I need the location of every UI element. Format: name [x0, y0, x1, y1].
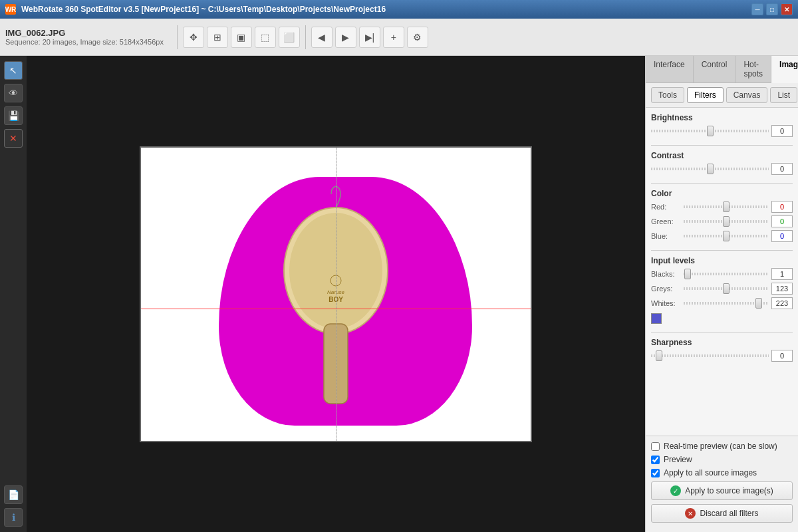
- brightness-slider-row: 0: [651, 125, 793, 137]
- blacks-thumb[interactable]: [684, 269, 691, 279]
- subtab-tools[interactable]: Tools: [651, 87, 684, 103]
- red-thumb[interactable]: [723, 201, 730, 212]
- titlebar-left: WR WebRotate 360 SpotEditor v3.5 [NewPro…: [5, 4, 386, 15]
- blue-value[interactable]: 0: [771, 230, 793, 242]
- save-tool[interactable]: 💾: [4, 106, 23, 125]
- bottom-controls: Real-time preview (can be slow) Preview …: [646, 436, 798, 532]
- close-button[interactable]: ✕: [781, 3, 793, 15]
- contrast-value[interactable]: 0: [771, 163, 793, 175]
- subtab-filters[interactable]: Filters: [687, 87, 724, 103]
- prev-button[interactable]: ◀: [311, 27, 332, 48]
- sharpness-slider[interactable]: [651, 354, 769, 357]
- realtime-preview-checkbox[interactable]: [651, 442, 660, 451]
- contrast-slider-row: 0: [651, 163, 793, 175]
- blacks-value[interactable]: 1: [771, 268, 793, 280]
- green-thumb[interactable]: [723, 216, 730, 227]
- image-frame: Naruse BOY: [140, 146, 532, 442]
- brightness-thumb[interactable]: [707, 126, 714, 136]
- contrast-section: Contrast 0: [651, 151, 793, 175]
- right-panel: Interface Control Hot-spots Images Tools…: [645, 56, 798, 532]
- apply-label: Apply to source image(s): [685, 486, 773, 495]
- top-tabs: Interface Control Hot-spots Images: [646, 56, 798, 83]
- titlebar: WR WebRotate 360 SpotEditor v3.5 [NewPro…: [0, 0, 798, 19]
- sub-tabs: Tools Filters Canvas List: [646, 83, 798, 108]
- greys-value[interactable]: 123: [771, 283, 793, 295]
- greys-thumb[interactable]: [723, 283, 730, 294]
- minimize-button[interactable]: ─: [751, 3, 763, 15]
- green-label: Green:: [651, 217, 681, 225]
- settings-button[interactable]: ⚙: [407, 27, 428, 48]
- maximize-button[interactable]: □: [766, 3, 778, 15]
- filters-content: Brightness 0 Contrast: [646, 108, 798, 436]
- brightness-slider[interactable]: [651, 130, 769, 132]
- sharpness-thumb[interactable]: [656, 350, 662, 361]
- whites-slider[interactable]: [684, 302, 769, 305]
- brightness-label: Brightness: [651, 113, 793, 122]
- contrast-thumb[interactable]: [707, 164, 714, 174]
- apply-button[interactable]: ✓ Apply to source image(s): [651, 481, 793, 500]
- subtab-list[interactable]: List: [770, 87, 797, 103]
- input-levels-section: Input levels Blacks: 1 Greys: 123: [651, 256, 793, 324]
- tab-interface[interactable]: Interface: [646, 56, 694, 82]
- next-button[interactable]: ▶|: [359, 27, 380, 48]
- realtime-preview-row: Real-time preview (can be slow): [651, 442, 793, 451]
- divider-4: [651, 332, 793, 332]
- divider-3: [651, 250, 793, 251]
- tab-control[interactable]: Control: [694, 56, 736, 82]
- contrast-slider[interactable]: [651, 168, 769, 170]
- red-value[interactable]: 0: [771, 201, 793, 213]
- discard-label: Discard all filters: [700, 509, 758, 518]
- greys-slider[interactable]: [684, 287, 769, 290]
- discard-button[interactable]: ✕ Discard all filters: [651, 504, 793, 523]
- whites-value[interactable]: 223: [771, 297, 793, 309]
- info-tool[interactable]: ℹ: [4, 508, 23, 527]
- greys-label: Greys:: [651, 285, 681, 293]
- green-slider-row: Green: 0: [651, 215, 793, 227]
- apply-all-label: Apply to all source images: [664, 468, 757, 477]
- input-levels-label: Input levels: [651, 256, 793, 265]
- tab-images[interactable]: Images: [771, 56, 798, 83]
- red-slider[interactable]: [684, 205, 769, 208]
- preview-label: Preview: [664, 455, 692, 464]
- aspect-button[interactable]: ⬜: [279, 27, 300, 48]
- toolbar-separator-2: [305, 25, 306, 49]
- add-button[interactable]: +: [383, 27, 404, 48]
- blacks-slider-row: Blacks: 1: [651, 268, 793, 280]
- brightness-value[interactable]: 0: [771, 125, 793, 137]
- pdf-tool[interactable]: 📄: [4, 485, 23, 504]
- whites-thumb[interactable]: [755, 298, 762, 309]
- square-button[interactable]: ▣: [231, 27, 252, 48]
- move-tool-button[interactable]: ✥: [183, 27, 204, 48]
- whites-slider-row: Whites: 223: [651, 297, 793, 309]
- sharpness-value[interactable]: 0: [771, 350, 793, 362]
- blacks-slider[interactable]: [684, 273, 769, 275]
- crosshair-vertical: [336, 148, 336, 441]
- subtab-canvas[interactable]: Canvas: [726, 87, 768, 103]
- delete-tool[interactable]: ✕: [4, 129, 23, 148]
- preview-checkbox[interactable]: [651, 456, 660, 464]
- contrast-label: Contrast: [651, 151, 793, 160]
- play-button[interactable]: ▶: [335, 27, 356, 48]
- color-label: Color: [651, 189, 793, 198]
- content-area: ↖ 👁 💾 ✕ 📄 ℹ: [0, 56, 798, 532]
- blue-thumb[interactable]: [723, 231, 730, 241]
- apply-all-checkbox[interactable]: [651, 469, 660, 477]
- green-slider[interactable]: [684, 220, 769, 223]
- color-swatch[interactable]: [651, 313, 662, 324]
- pointer-tool[interactable]: ↖: [4, 61, 23, 80]
- image-content: Naruse BOY: [141, 148, 531, 441]
- tab-hotspots[interactable]: Hot-spots: [735, 56, 771, 82]
- color-section: Color Red: 0 Green: 0: [651, 189, 793, 242]
- sharpness-label: Sharpness: [651, 338, 793, 347]
- grid-button[interactable]: ⊞: [207, 27, 228, 48]
- crosshair-horizontal: [141, 309, 531, 309]
- titlebar-controls: ─ □ ✕: [751, 3, 793, 15]
- frame-button[interactable]: ⬚: [255, 27, 276, 48]
- blue-slider[interactable]: [684, 235, 769, 237]
- whites-label: Whites:: [651, 299, 681, 307]
- sharpness-section: Sharpness 0: [651, 338, 793, 362]
- eye-tool[interactable]: 👁: [4, 84, 23, 102]
- main-container: IMG_0062.JPG Sequence: 20 images, Image …: [0, 19, 798, 532]
- discard-icon: ✕: [685, 508, 696, 519]
- green-value[interactable]: 0: [771, 215, 793, 227]
